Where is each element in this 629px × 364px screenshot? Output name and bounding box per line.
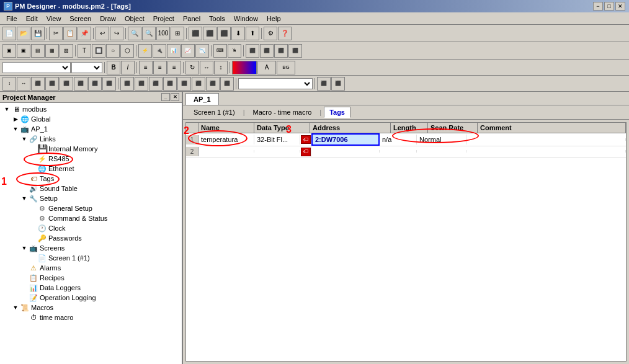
tb2-btn6[interactable]: T [78,44,91,58]
tree-item-ap1[interactable]: ▼ 📺 AP_1 [0,124,182,134]
tb4-btn3[interactable]: ⬛ [31,77,45,91]
save-btn[interactable]: 💾 [31,27,45,40]
cut-btn[interactable]: ✂ [49,27,63,40]
align-top-btn[interactable]: ⬛ [217,27,231,40]
minimize-button[interactable]: − [593,2,603,11]
menu-screen[interactable]: Screen [66,14,95,23]
tb2-btn18[interactable]: ⬛ [260,44,274,58]
help-btn[interactable]: ❓ [278,27,292,40]
download-btn[interactable]: ⬇ [231,27,245,40]
menu-help[interactable]: Help [263,14,285,23]
tree-item-recipes[interactable]: 📋 Recipes [0,273,182,283]
expander-setup[interactable]: ▼ [20,194,29,203]
row2-datatype[interactable] [254,150,300,153]
sidebar-minimize-btn[interactable]: _ [161,93,170,101]
tb2-btn20[interactable]: ⬛ [288,44,302,58]
open-btn[interactable]: 📂 [17,27,30,40]
tree-item-screen1[interactable]: 📄 Screen 1 (#1) [0,253,182,263]
redo-btn[interactable]: ↪ [110,27,123,40]
tb4-btn6[interactable]: ⬛ [74,77,87,91]
tree-item-data-loggers[interactable]: 📊 Data Loggers [0,283,182,293]
undo-btn[interactable]: ↩ [96,27,109,40]
zoom-in-btn[interactable]: 🔍 [128,27,141,40]
tree-item-ethernet[interactable]: 🌐 Ethernet [0,164,182,174]
row1-scanrate[interactable]: Normal [417,135,466,144]
menu-file[interactable]: File [2,14,21,23]
expander-screens[interactable]: ▼ [20,244,29,252]
new-btn[interactable]: 📄 [2,27,16,40]
expander-global[interactable]: ▶ [11,115,20,123]
tree-item-global[interactable]: ▶ 🌐 Global [0,114,182,124]
tb4-btn4[interactable]: ⬛ [45,77,59,91]
row1-name[interactable]: temperatura [199,135,254,144]
tree-item-screens[interactable]: ▼ 📺 Screens [0,243,182,253]
size-select[interactable] [71,62,102,73]
menu-project[interactable]: Project [149,14,178,23]
row1-comment[interactable] [466,138,626,141]
row2-scanrate[interactable] [417,150,466,153]
tb2-btn17[interactable]: ⬛ [246,44,259,58]
tree-item-setup[interactable]: ▼ 🔧 Setup [0,193,182,203]
tb2-btn9[interactable]: ⬡ [120,44,134,58]
tb2-btn15[interactable]: ⌨ [213,44,227,58]
font-select[interactable] [2,62,71,73]
close-button[interactable]: ✕ [615,2,625,11]
row2-length[interactable] [380,150,417,153]
tb4-btn9[interactable]: ⬛ [120,77,134,91]
row1-address[interactable]: 2:DW7006 [311,133,380,146]
sub-tab-macro[interactable]: Macro - time macro [248,107,318,118]
menu-window[interactable]: Window [230,14,262,23]
tb2-btn10[interactable]: ⚡ [138,44,152,58]
tb4-btn5[interactable]: ⬛ [60,77,73,91]
align-center-text-btn[interactable]: ≡ [153,61,167,74]
tb2-btn7[interactable]: 🔲 [92,44,105,58]
paste-btn[interactable]: 📌 [78,27,91,40]
bg-color-btn[interactable]: BG [277,61,295,74]
tb4-btn2[interactable]: ↔ [17,77,30,91]
sub-tab-tags[interactable]: Tags [324,107,350,118]
flip-h-btn[interactable]: ↔ [200,61,213,74]
tb2-btn8[interactable]: ○ [106,44,120,58]
tb2-btn12[interactable]: 📊 [167,44,181,58]
tb2-btn5[interactable]: ▧ [60,44,73,58]
menu-view[interactable]: View [43,14,65,23]
tb4-btn15[interactable]: ⬛ [206,77,220,91]
expander-modbus[interactable]: ▼ [2,105,11,113]
row2-name[interactable] [199,150,254,153]
align-right-text-btn[interactable]: ≡ [167,61,181,74]
tb4-btn14[interactable]: ⬛ [192,77,205,91]
italic-btn[interactable]: I [121,61,135,74]
tb4-btn16[interactable]: ⬛ [220,77,234,91]
expander-ap1[interactable]: ▼ [11,125,20,133]
expander-links[interactable]: ▼ [20,135,29,143]
tb2-btn3[interactable]: ▤ [31,44,45,58]
sub-tab-screen1[interactable]: Screen 1 (#1) [188,107,241,118]
tree-item-passwords[interactable]: 🔑 Passwords [0,233,182,243]
tree-item-clock[interactable]: 🕐 Clock [0,223,182,233]
align-left-btn[interactable]: ⬛ [189,27,202,40]
menu-draw[interactable]: Draw [96,14,120,23]
fg-color-btn[interactable]: A [257,61,276,74]
menu-edit[interactable]: Edit [22,14,42,23]
settings-btn[interactable]: ⚙ [264,27,277,40]
sidebar-close-btn[interactable]: ✕ [171,93,179,101]
page-select[interactable] [238,78,313,89]
tb4-btn17[interactable]: ⬛ [317,77,331,91]
tree-item-alarms[interactable]: ⚠ Alarms [0,263,182,273]
expander-macros[interactable]: ▼ [11,303,20,312]
zoom-out-btn[interactable]: 🔍 [142,27,156,40]
tree-item-rs485[interactable]: ⚡ RS485 [0,154,182,164]
tree-item-command-status[interactable]: ⚙ Command & Status [0,213,182,223]
tree-item-internal-memory[interactable]: 💾 Internal Memory [0,144,182,154]
tb2-btn4[interactable]: ▦ [45,44,59,58]
tree-item-tags[interactable]: 🏷 Tags [0,174,182,184]
tree-item-operation-logging[interactable]: 📝 Operation Logging [0,293,182,303]
row2-comment[interactable] [466,150,626,153]
row1-datatype[interactable]: 32-Bit Fl... [254,135,300,144]
tree-item-macros[interactable]: ▼ 📜 Macros [0,303,182,313]
tb2-btn19[interactable]: ⬛ [274,44,288,58]
tree-item-links[interactable]: ▼ 🔗 Links [0,134,182,144]
tb4-btn10[interactable]: ⬛ [135,77,148,91]
maximize-button[interactable]: □ [604,2,614,11]
tb4-btn12[interactable]: ⬛ [163,77,177,91]
